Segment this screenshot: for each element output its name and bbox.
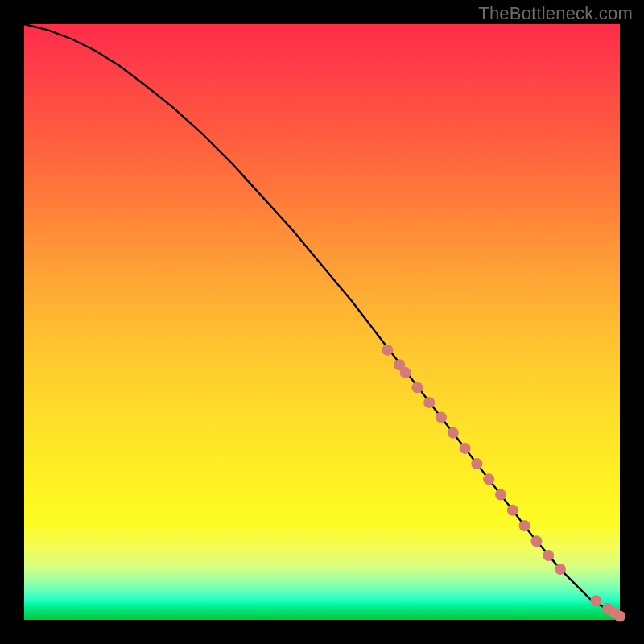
data-point [507,505,518,516]
data-point [400,367,411,378]
data-point [495,489,506,501]
stage: TheBottleneck.com [0,0,644,644]
data-point [448,427,459,439]
data-point [382,345,393,356]
data-point [460,443,471,454]
data-point [471,458,482,469]
scatter-points [382,345,625,622]
chart-svg [24,24,620,620]
data-point [590,595,601,606]
data-point [530,535,542,547]
curve-line [24,24,620,617]
data-point [423,397,435,408]
data-point [543,550,554,561]
data-point [519,520,530,531]
plot-area [24,24,620,620]
data-point [555,564,566,575]
attribution-text: TheBottleneck.com [478,3,633,24]
data-point [411,382,423,393]
data-point [436,411,447,423]
data-point [483,473,494,485]
data-point [614,611,625,622]
